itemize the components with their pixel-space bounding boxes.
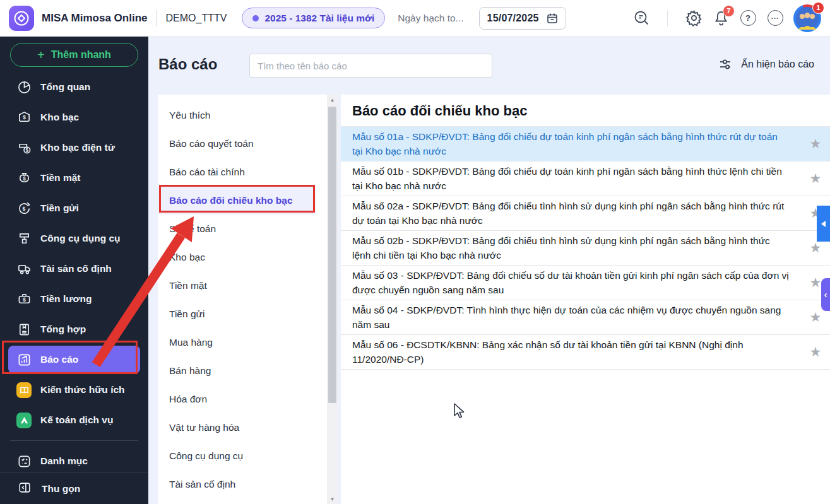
- posting-date-input[interactable]: 15/07/2025: [479, 7, 566, 30]
- category-scrollbar[interactable]: ▲ ▼: [327, 95, 338, 504]
- tools-icon: [16, 231, 32, 246]
- category-so-ke-toan[interactable]: Sổ kế toán: [158, 214, 316, 243]
- scroll-down-icon[interactable]: ▼: [327, 494, 338, 504]
- report-row[interactable]: Mẫu số 04 - SDKP/ĐVDT: Tình hình thực hi…: [341, 300, 830, 335]
- favorite-star-icon[interactable]: ★: [801, 310, 830, 325]
- toggle-reports-label: Ẩn hiện báo cáo: [741, 59, 814, 70]
- sidebar-item-label: Công cụ dụng cụ: [40, 233, 121, 244]
- report-row[interactable]: Mẫu số 01b - SDKP/ĐVDT: Bảng đối chiếu d…: [341, 161, 830, 196]
- sidebar-item-tien-luong[interactable]: $ Tiền lương: [0, 284, 148, 314]
- sidebar-item-kho-bac[interactable]: $ Kho bạc: [0, 102, 148, 132]
- svg-text:$: $: [23, 296, 26, 303]
- category-tien-mat[interactable]: Tiền mặt: [158, 271, 316, 300]
- overview-pie-icon: [16, 79, 32, 95]
- category-bao-cao-doi-chieu-kho-bac[interactable]: Báo cáo đối chiếu kho bạc: [158, 186, 316, 214]
- calendar-icon[interactable]: [547, 13, 558, 24]
- svg-text:$: $: [22, 205, 25, 211]
- top-bar: MISA Mimosa Online DEMO_TTTV 2025 - 1382…: [0, 0, 830, 37]
- more-glyph: ···: [768, 10, 783, 26]
- category-vat-tu-hang-hoa[interactable]: Vật tư hàng hóa: [158, 413, 316, 442]
- sidebar-item-danh-muc[interactable]: Danh mục: [0, 446, 148, 476]
- report-chart-icon: [16, 352, 32, 367]
- sidebar-item-label: Tổng hợp: [40, 324, 86, 335]
- chevron-left-icon: ‹: [824, 290, 827, 300]
- user-avatar[interactable]: 1: [793, 4, 821, 32]
- category-bao-cao-tai-chinh[interactable]: Báo cáo tài chính: [158, 158, 316, 186]
- sidebar-divider: [10, 440, 138, 441]
- sidebar-item-label: Tài sản cố định: [40, 263, 112, 274]
- svg-text:$: $: [23, 175, 26, 181]
- search-input[interactable]: [249, 54, 492, 78]
- category-bao-cao-quyet-toan[interactable]: Báo cáo quyết toán: [158, 129, 316, 158]
- settings-gear-icon[interactable]: [685, 9, 703, 27]
- toggle-reports-button[interactable]: Ẩn hiện báo cáo: [720, 58, 814, 71]
- sidebar-item-tai-san-co-dinh[interactable]: Tài sản cố định: [0, 254, 148, 284]
- status-dot-icon: [252, 15, 259, 21]
- notifications-bell-icon[interactable]: 7: [712, 9, 730, 27]
- category-cong-cu-dung-cu[interactable]: Công cụ dụng cụ: [158, 442, 316, 470]
- category-kho-bac[interactable]: Kho bạc: [158, 243, 316, 271]
- app-title: MISA Mimosa Online: [42, 12, 148, 25]
- sliders-icon: [720, 58, 733, 71]
- report-row[interactable]: Mẫu số 01a - SDKP/ĐVDT: Bảng đối chiếu d…: [341, 127, 830, 161]
- e-treasury-icon: $: [16, 140, 32, 155]
- sidebar-item-ke-toan-dich-vu[interactable]: Kế toán dịch vụ: [0, 405, 148, 435]
- quick-add-button[interactable]: + Thêm nhanh: [10, 43, 138, 67]
- sidebar-item-bao-cao[interactable]: Báo cáo: [8, 346, 140, 373]
- sidebar-item-label: Báo cáo: [40, 354, 78, 365]
- main-content: Báo cáo Ẩn hiện báo cáo Yêu thích Báo cá…: [148, 37, 830, 504]
- search-history-icon[interactable]: [632, 9, 650, 27]
- sidebar-item-kho-bac-dien-tu[interactable]: $ Kho bạc điện tử: [0, 132, 148, 163]
- scrollbar-thumb[interactable]: [328, 107, 336, 403]
- category-hoa-don[interactable]: Hóa đơn: [158, 385, 316, 413]
- posting-date-label: Ngày hạch to...: [398, 13, 463, 24]
- favorite-star-icon[interactable]: ★: [801, 240, 830, 255]
- misa-logo-icon[interactable]: [9, 6, 34, 31]
- sidebar-item-label: Kiến thức hữu ích: [40, 384, 125, 396]
- report-title[interactable]: Mẫu số 01b - SDKP/ĐVDT: Bảng đối chiếu d…: [341, 163, 801, 194]
- report-row[interactable]: Mẫu số 02a - SDKP/ĐVDT: Bảng đối chiếu t…: [341, 196, 830, 231]
- sidebar-item-cong-cu-dung-cu[interactable]: Công cụ dụng cụ: [0, 223, 148, 254]
- report-row[interactable]: Mẫu số 06 - ĐCSDTK/KBNN: Bảng xác nhận s…: [341, 335, 830, 370]
- scroll-up-icon[interactable]: ▲: [327, 95, 338, 105]
- category-mua-hang[interactable]: Mua hàng: [158, 328, 316, 356]
- report-row[interactable]: Mẫu số 02b - SDKP/ĐVDT: Bảng đối chiếu t…: [341, 231, 830, 266]
- help-icon[interactable]: ?: [739, 9, 757, 27]
- divider: [157, 10, 157, 26]
- more-options-icon[interactable]: ···: [766, 9, 784, 27]
- new-documents-pill[interactable]: 2025 - 1382 Tài liệu mới: [242, 8, 385, 28]
- report-title[interactable]: Mẫu số 03 - SDKP/ĐVDT: Bảng đối chiếu số…: [341, 267, 801, 298]
- sidebar-item-tong-quan[interactable]: Tổng quan: [0, 72, 148, 102]
- new-documents-label: 2025 - 1382 Tài liệu mới: [264, 13, 374, 24]
- report-title[interactable]: Mẫu số 02b - SDKP/ĐVDT: Bảng đối chiếu t…: [341, 232, 801, 264]
- category-ban-hang[interactable]: Bán hàng: [158, 356, 316, 385]
- sidebar-nav: + Thêm nhanh Tổng quan $ Kho bạc: [0, 37, 148, 504]
- favorite-star-icon[interactable]: ★: [801, 344, 830, 360]
- report-title[interactable]: Mẫu số 01a - SDKP/ĐVDT: Bảng đối chiếu d…: [341, 128, 801, 160]
- report-row[interactable]: Mẫu số 03 - SDKP/ĐVDT: Bảng đối chiếu số…: [341, 266, 830, 300]
- edge-panel-toggle-purple[interactable]: ‹: [821, 278, 830, 311]
- report-title[interactable]: Mẫu số 06 - ĐCSDTK/KBNN: Bảng xác nhận s…: [341, 336, 801, 368]
- sidebar-item-tien-mat[interactable]: $ Tiền mặt: [0, 163, 148, 193]
- sidebar-item-label: Kế toán dịch vụ: [40, 414, 113, 426]
- report-title[interactable]: Mẫu số 02a - SDKP/ĐVDT: Bảng đối chiếu t…: [341, 197, 801, 229]
- report-category-panel: Yêu thích Báo cáo quyết toán Báo cáo tài…: [158, 95, 338, 504]
- category-tien-gui[interactable]: Tiền gửi: [158, 300, 316, 328]
- sidebar-item-tong-hop[interactable]: Tổng hợp: [0, 314, 148, 344]
- category-yeu-thich[interactable]: Yêu thích: [158, 101, 316, 129]
- sidebar-item-tien-gui[interactable]: $ Tiền gửi: [0, 193, 148, 223]
- report-list-panel: Báo cáo đối chiếu kho bạc Mẫu số 01a - S…: [341, 95, 830, 504]
- report-title[interactable]: Mẫu số 04 - SDKP/ĐVDT: Tình hình thực hi…: [341, 302, 801, 333]
- svg-text:$: $: [23, 114, 26, 120]
- edge-panel-toggle-blue[interactable]: [817, 206, 830, 242]
- company-name[interactable]: DEMO_TTTV: [166, 13, 227, 24]
- category-tai-san-co-dinh[interactable]: Tài sản cố định: [158, 470, 316, 498]
- favorite-star-icon[interactable]: ★: [801, 171, 830, 186]
- sidebar-item-kien-thuc-huu-ich[interactable]: Kiến thức hữu ích: [0, 375, 148, 405]
- salary-briefcase-icon: $: [16, 291, 32, 307]
- sidebar-collapse-button[interactable]: Thu gọn: [0, 472, 148, 504]
- knowledge-icon: [16, 382, 32, 397]
- ledger-book-icon: [16, 322, 32, 337]
- favorite-star-icon[interactable]: ★: [801, 136, 830, 151]
- cash-icon: $: [16, 170, 32, 185]
